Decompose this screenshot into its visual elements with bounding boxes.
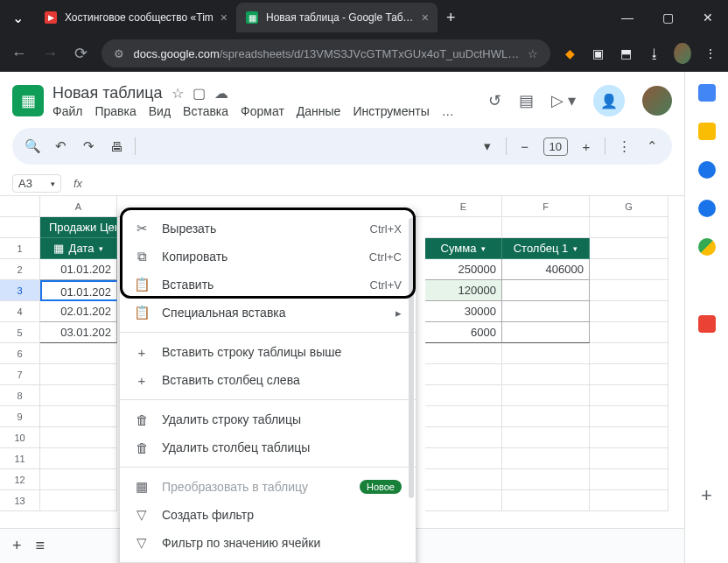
data-cell[interactable]: 250000	[425, 259, 502, 280]
table-col-header[interactable]: Столбец 1 ▾	[502, 238, 590, 259]
addon-icon[interactable]	[698, 315, 716, 333]
row-header[interactable]: 1	[0, 238, 40, 259]
row-header[interactable]: 7	[0, 364, 40, 385]
table-col-header[interactable]: Сумма ▾	[425, 238, 502, 259]
all-sheets-button[interactable]: ≡	[36, 537, 46, 555]
row-header[interactable]: 6	[0, 343, 40, 364]
table-title-cell[interactable]: Продажи Цен	[40, 217, 117, 238]
row-header[interactable]: 12	[0, 469, 40, 490]
profile-avatar[interactable]	[674, 43, 691, 64]
menu-tools[interactable]: Инструменты	[353, 104, 429, 118]
data-cell[interactable]: 30000	[425, 301, 502, 322]
table-col-header[interactable]: ▦ Дата ▾	[40, 238, 117, 259]
insert-link-icon[interactable]: ▾	[478, 138, 497, 154]
menu-edit[interactable]: Правка	[94, 104, 136, 118]
data-cell[interactable]: 406000	[502, 259, 590, 280]
row-header[interactable]: 10	[0, 427, 40, 448]
contacts-icon[interactable]	[698, 200, 716, 217]
ctx-cut[interactable]: ✂ВырезатьCtrl+X	[120, 215, 416, 243]
history-icon[interactable]: ↺	[488, 91, 501, 110]
row-header[interactable]: 2	[0, 259, 40, 280]
data-cell[interactable]	[502, 280, 590, 301]
share-button[interactable]: 👤	[593, 85, 625, 116]
menu-insert[interactable]: Вставка	[183, 104, 228, 118]
ctx-paste[interactable]: 📋ВставитьCtrl+V	[120, 271, 416, 299]
downloads-icon[interactable]: ⭳	[646, 43, 663, 64]
menu-file[interactable]: Файл	[52, 104, 82, 118]
account-avatar[interactable]	[642, 86, 672, 116]
context-menu-scrollbar[interactable]	[409, 218, 414, 498]
increase-font-icon[interactable]: +	[577, 139, 596, 154]
collapse-toolbar-icon[interactable]: ⌃	[642, 138, 662, 154]
data-cell[interactable]: 6000	[425, 322, 502, 343]
add-sheet-button[interactable]: +	[12, 537, 22, 555]
bookmark-icon[interactable]: ☆	[528, 47, 538, 60]
row-header[interactable]: 8	[0, 385, 40, 406]
get-addons-button[interactable]: +	[701, 484, 712, 507]
menu-view[interactable]: Вид	[149, 104, 171, 118]
row-header[interactable]: 9	[0, 406, 40, 427]
extension-icon[interactable]: ◆	[561, 43, 578, 64]
extension-icon[interactable]: ▣	[589, 43, 606, 64]
menu-more[interactable]: …	[442, 104, 454, 118]
col-header[interactable]: E	[425, 196, 502, 217]
col-header[interactable]: A	[40, 196, 117, 217]
new-tab-button[interactable]: +	[438, 9, 465, 27]
row-header[interactable]: 5	[0, 322, 40, 343]
ctx-insert-col[interactable]: +Вставить столбец слева	[120, 366, 416, 394]
data-cell[interactable]	[502, 301, 590, 322]
cloud-status-icon[interactable]: ☁	[214, 85, 228, 102]
move-icon[interactable]: ▢	[192, 85, 206, 102]
ctx-create-filter[interactable]: ▽Создать фильтр	[120, 501, 416, 529]
window-close[interactable]: ✕	[688, 0, 728, 35]
comments-icon[interactable]: ▤	[519, 91, 534, 110]
col-header[interactable]: G	[590, 196, 668, 217]
menu-data[interactable]: Данные	[297, 104, 341, 118]
tab-close-icon[interactable]: ×	[422, 11, 429, 25]
doc-title[interactable]: Новая таблица	[52, 84, 163, 102]
browser-tab[interactable]: ▶ Хостинговое сообщество «Tim ×	[35, 3, 236, 32]
more-toolbar-icon[interactable]: ⋮	[614, 138, 634, 154]
row-header[interactable]: 13	[0, 490, 40, 511]
select-all-corner[interactable]	[0, 196, 40, 217]
ctx-copy[interactable]: ⧉КопироватьCtrl+C	[120, 243, 416, 271]
print-icon[interactable]: 🖶	[107, 139, 126, 154]
menu-format[interactable]: Формат	[241, 104, 284, 118]
window-maximize[interactable]: ▢	[648, 0, 688, 35]
undo-icon[interactable]: ↶	[51, 138, 70, 154]
sheets-logo[interactable]: ▦	[12, 85, 44, 116]
ctx-insert-row[interactable]: +Вставить строку таблицы выше	[120, 338, 416, 366]
data-cell[interactable]: 03.01.202	[40, 322, 117, 343]
tasks-icon[interactable]	[698, 161, 716, 179]
maps-icon[interactable]	[698, 238, 716, 256]
data-cell[interactable]	[502, 322, 590, 343]
calendar-icon[interactable]	[698, 84, 716, 102]
browser-menu-icon[interactable]: ⋮	[702, 43, 719, 64]
row-header[interactable]: 4	[0, 301, 40, 322]
row-header[interactable]: 11	[0, 448, 40, 469]
redo-icon[interactable]: ↷	[79, 138, 98, 154]
data-cell-selected[interactable]: 01.01.202	[40, 280, 117, 301]
col-header[interactable]: F	[502, 196, 590, 217]
meet-icon[interactable]: ▷ ▾	[551, 91, 576, 110]
tab-close-icon[interactable]: ×	[220, 11, 228, 25]
star-icon[interactable]: ☆	[172, 85, 184, 102]
keep-icon[interactable]	[698, 123, 716, 140]
ctx-delete-col[interactable]: 🗑Удалить столбец таблицы	[120, 433, 416, 461]
ctx-delete-row[interactable]: 🗑Удалить строку таблицы	[120, 405, 416, 433]
search-menus-icon[interactable]: 🔍	[23, 138, 42, 154]
decrease-font-icon[interactable]: −	[515, 139, 535, 154]
ctx-paste-special[interactable]: 📋Специальная вставка▸	[120, 299, 416, 327]
nav-back[interactable]: ←	[9, 45, 29, 63]
site-settings-icon[interactable]: ⚙	[114, 47, 124, 60]
extensions-menu-icon[interactable]: ⬒	[617, 43, 634, 64]
nav-forward[interactable]: →	[39, 45, 60, 63]
data-cell[interactable]: 02.01.202	[40, 301, 117, 322]
ctx-filter-value[interactable]: ▽Фильтр по значению ячейки	[120, 529, 416, 557]
nav-reload[interactable]: ⟳	[71, 44, 91, 63]
data-cell[interactable]: 01.01.202	[40, 259, 117, 280]
name-box[interactable]: A3▾	[12, 174, 61, 193]
row-header[interactable]	[0, 217, 40, 238]
window-minimize[interactable]: —	[607, 0, 648, 35]
font-size-input[interactable]: 10	[543, 137, 568, 156]
